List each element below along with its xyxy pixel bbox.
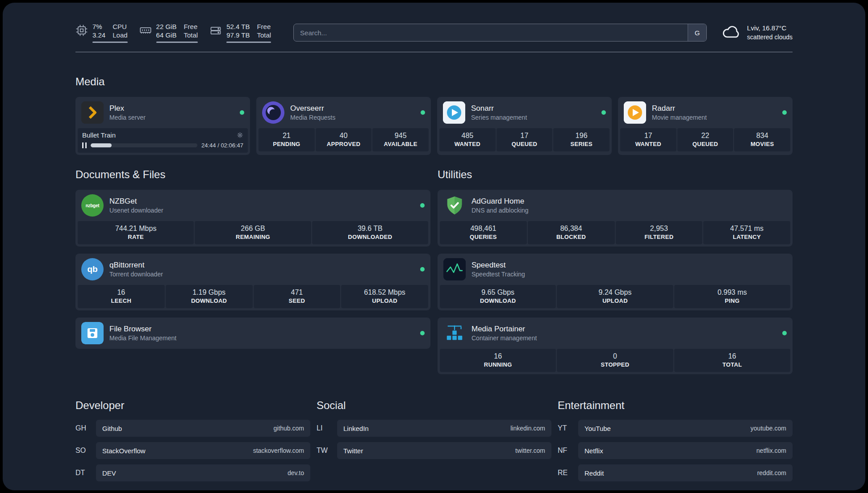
section-entertainment: Entertainment YT YouTube youtube.com NF …	[558, 399, 793, 481]
stat-filtered: 2,953 FILTERED	[616, 221, 703, 244]
memory-total-label: Total	[184, 31, 198, 39]
stat-value: 17	[498, 132, 551, 140]
bookmark-name: YouTube	[584, 425, 611, 432]
service-card-qbittorrent[interactable]: qb qBittorrent Torrent downloader 16 LEE…	[75, 254, 430, 310]
service-desc: Speedtest Tracking	[472, 271, 525, 278]
stat-upload: 9.24 Gbps UPLOAD	[557, 285, 673, 308]
playback-progress-fill	[91, 143, 112, 147]
service-card-speedtest[interactable]: Speedtest Speedtest Tracking 9.65 Gbps D…	[438, 254, 793, 310]
section-title-developer: Developer	[75, 399, 310, 412]
qbittorrent-icon-text: qb	[87, 264, 97, 274]
bookmark-abbr: NF	[558, 447, 578, 455]
speedtest-icon	[443, 258, 466, 280]
section-title-social: Social	[317, 399, 551, 412]
stat-queued: 22 QUEUED	[677, 128, 734, 151]
section-utilities: Utilities AdGuard Home DNS and adblockin…	[438, 168, 793, 374]
bookmark-name: Github	[102, 425, 122, 432]
disk-free: 52.4 TB	[226, 22, 250, 31]
stat-value: 196	[555, 132, 608, 140]
gear-icon[interactable]	[237, 132, 243, 138]
stat-label: PENDING	[260, 141, 313, 147]
stat-available: 945 AVAILABLE	[372, 128, 429, 151]
disk-widget: 52.4 TB 97.9 TB Free Total	[209, 22, 271, 43]
service-name: AdGuard Home	[472, 197, 529, 206]
service-card-portainer[interactable]: Media Portainer Container management 16 …	[438, 318, 793, 374]
bookmark-netflix[interactable]: NF Netflix netflix.com	[558, 442, 793, 459]
disk-usage-bar	[226, 42, 271, 43]
weather-condition: scattered clouds	[747, 33, 793, 42]
cpu-label: CPU	[113, 22, 127, 31]
service-name: Speedtest	[472, 261, 525, 270]
plex-icon	[81, 101, 104, 124]
bookmark-twitter[interactable]: TW Twitter twitter.com	[317, 442, 551, 459]
bookmark-url: netflix.com	[756, 447, 786, 454]
sonarr-header: Sonarr Series management	[437, 97, 612, 128]
pause-icon[interactable]	[82, 142, 87, 148]
stat-label: LEECH	[79, 297, 163, 304]
service-card-adguard[interactable]: AdGuard Home DNS and adblocking 498,461 …	[438, 190, 793, 246]
bookmark-youtube[interactable]: YT YouTube youtube.com	[558, 420, 793, 437]
bookmark-name: DEV	[102, 469, 116, 477]
service-name: qBittorrent	[109, 261, 163, 270]
portainer-header: Media Portainer Container management	[438, 318, 793, 349]
bookmark-linkedin[interactable]: LI LinkedIn linkedin.com	[317, 420, 551, 437]
bookmark-dev[interactable]: DT DEV dev.to	[75, 464, 310, 481]
stat-seed: 471 SEED	[254, 285, 341, 308]
stat-approved: 40 APPROVED	[316, 128, 372, 151]
service-card-nzbget[interactable]: nzbget NZBGet Usenet downloader 744.21 M…	[75, 190, 430, 246]
dashboard: 7% 3.24 CPU Load 22 GiB	[3, 3, 865, 490]
bookmark-github[interactable]: GH Github github.com	[75, 420, 310, 437]
stat-value: 17	[622, 132, 675, 140]
screen-frame: 7% 3.24 CPU Load 22 GiB	[0, 0, 868, 493]
stat-label: DOWNLOAD	[442, 297, 554, 304]
section-media: Media Plex Media server Bullet Train	[75, 75, 793, 155]
search-provider-button[interactable]: G	[688, 24, 706, 41]
bookmark-reddit[interactable]: RE Reddit reddit.com	[558, 464, 793, 481]
stat-label: DOWNLOAD	[167, 297, 251, 304]
search-input[interactable]	[294, 24, 688, 41]
bookmark-url: reddit.com	[757, 469, 786, 476]
bookmark-stackoverflow[interactable]: SO StackOverflow stackoverflow.com	[75, 442, 310, 459]
stat-value: 39.6 TB	[314, 225, 426, 233]
weather-location: Lviv, 16.87°C	[747, 24, 793, 33]
status-dot	[782, 331, 787, 335]
stat-download: 1.19 Gbps DOWNLOAD	[166, 285, 253, 308]
bookmark-url: dev.to	[288, 469, 304, 476]
entertainment-bookmarks: YT YouTube youtube.com NF Netflix netfli…	[558, 420, 793, 481]
stat-label: PING	[676, 297, 789, 304]
service-card-radarr[interactable]: Radarr Movie management 17 WANTED 22 QUE…	[618, 97, 793, 155]
service-desc: Series management	[471, 114, 527, 121]
sonarr-icon	[443, 101, 465, 124]
playback-progress-bar[interactable]	[91, 143, 197, 147]
service-desc: Torrent downloader	[109, 271, 163, 278]
qbittorrent-header: qb qBittorrent Torrent downloader	[75, 254, 430, 285]
stat-label: WANTED	[622, 141, 675, 147]
portainer-stats: 16 RUNNING 0 STOPPED 16 TOTAL	[440, 349, 790, 372]
stat-value: 16	[676, 352, 789, 360]
disk-free-label: Free	[257, 22, 271, 31]
service-desc: Media File Management	[109, 334, 176, 342]
stat-label: UPLOAD	[559, 297, 671, 304]
overseerr-icon	[262, 101, 284, 124]
cpu-load: 3.24	[92, 31, 105, 39]
overseerr-stats: 21 PENDING 40 APPROVED 945 AVAILABLE	[259, 128, 429, 151]
stat-stopped: 0 STOPPED	[557, 349, 673, 372]
service-name: Radarr	[652, 104, 707, 113]
stat-leech: 16 LEECH	[78, 285, 165, 308]
service-card-plex[interactable]: Plex Media server Bullet Train	[75, 97, 250, 155]
service-card-sonarr[interactable]: Sonarr Series management 485 WANTED 17 Q…	[437, 97, 612, 155]
adguard-stats: 498,461 QUERIES 86,384 BLOCKED 2,953 FIL…	[440, 221, 790, 244]
bookmark-name: LinkedIn	[343, 425, 369, 432]
service-card-filebrowser[interactable]: File Browser Media File Management	[75, 318, 430, 349]
cpu-usage-bar	[92, 42, 128, 43]
stat-value: 16	[442, 352, 554, 360]
stat-downloaded: 39.6 TB DOWNLOADED	[312, 221, 428, 244]
service-card-overseerr[interactable]: Overseerr Media Requests 21 PENDING 40 A…	[256, 97, 431, 155]
stat-ping: 0.993 ms PING	[674, 285, 790, 308]
section-title-utilities: Utilities	[438, 168, 793, 181]
nzbget-header: nzbget NZBGet Usenet downloader	[75, 190, 430, 221]
stat-blocked: 86,384 BLOCKED	[528, 221, 615, 244]
stat-value: 744.21 Mbps	[79, 225, 192, 233]
cpu-chip-icon	[75, 24, 88, 37]
stat-wanted: 485 WANTED	[439, 128, 496, 151]
